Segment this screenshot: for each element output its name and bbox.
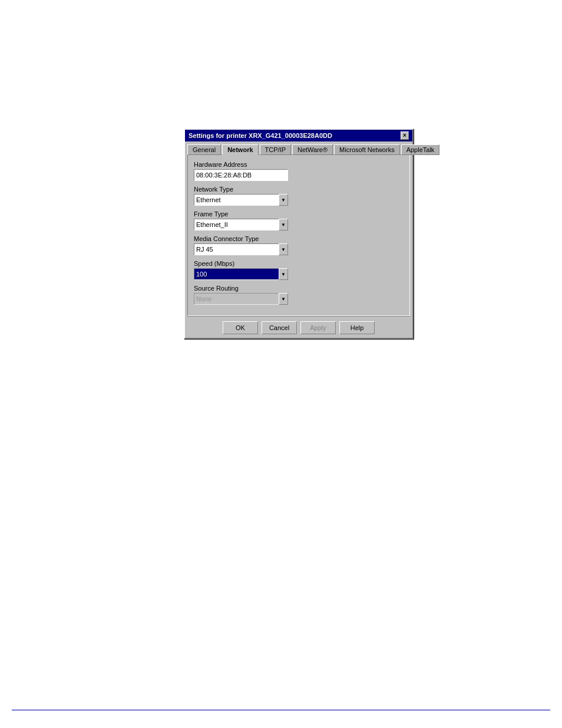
speed-group: Speed (Mbps) 10 100 Auto ▼	[194, 260, 404, 280]
dialog-title: Settings for printer XRX_G421_00003E28A0…	[189, 132, 401, 139]
bottom-decorative-line	[12, 710, 550, 710]
media-connector-type-select[interactable]: RJ 45 BNC AUI	[194, 243, 288, 255]
close-button[interactable]: ×	[401, 131, 409, 140]
tab-network[interactable]: Network	[222, 144, 258, 155]
speed-select[interactable]: 10 100 Auto	[194, 268, 288, 280]
hardware-address-label: Hardware Address	[194, 161, 404, 168]
source-routing-select[interactable]: None	[194, 293, 288, 305]
cancel-button[interactable]: Cancel	[262, 321, 297, 334]
hardware-address-group: Hardware Address	[194, 161, 404, 181]
frame-type-group: Frame Type Ethernet_II Ethernet_802.2 Et…	[194, 210, 404, 230]
dialog-titlebar: Settings for printer XRX_G421_00003E28A0…	[185, 130, 412, 141]
speed-select-wrapper: 10 100 Auto ▼	[194, 268, 288, 280]
network-type-label: Network Type	[194, 186, 404, 193]
help-button[interactable]: Help	[339, 321, 375, 334]
source-routing-label: Source Routing	[194, 285, 404, 292]
source-routing-group: Source Routing None ▼	[194, 285, 404, 305]
frame-type-select-wrapper: Ethernet_II Ethernet_802.2 Ethernet_802.…	[194, 219, 288, 230]
media-connector-type-label: Media Connector Type	[194, 235, 404, 242]
source-routing-select-wrapper: None ▼	[194, 293, 288, 305]
buttons-row: OK Cancel Apply Help	[185, 317, 412, 338]
media-connector-type-group: Media Connector Type RJ 45 BNC AUI ▼	[194, 235, 404, 255]
speed-label: Speed (Mbps)	[194, 260, 404, 267]
frame-type-label: Frame Type	[194, 210, 404, 218]
hardware-address-input[interactable]	[194, 169, 288, 181]
tab-tcpip[interactable]: TCP/IP	[260, 144, 291, 155]
tab-content-network: Hardware Address Network Type Ethernet T…	[187, 154, 410, 316]
network-type-select[interactable]: Ethernet Token Ring	[194, 194, 288, 206]
network-type-select-wrapper: Ethernet Token Ring ▼	[194, 194, 288, 206]
dialog-window: Settings for printer XRX_G421_00003E28A0…	[184, 129, 414, 339]
page-background: Settings for printer XRX_G421_00003E28A0…	[0, 0, 562, 728]
ok-button[interactable]: OK	[223, 321, 258, 334]
tab-microsoft-networks[interactable]: Microsoft Networks	[334, 144, 400, 155]
media-connector-type-select-wrapper: RJ 45 BNC AUI ▼	[194, 243, 288, 255]
apply-button[interactable]: Apply	[300, 321, 336, 334]
tab-general[interactable]: General	[187, 144, 221, 155]
frame-type-select[interactable]: Ethernet_II Ethernet_802.2 Ethernet_802.…	[194, 219, 288, 230]
network-type-group: Network Type Ethernet Token Ring ▼	[194, 186, 404, 206]
tab-appletalk[interactable]: AppleTalk	[401, 144, 440, 155]
tab-netware[interactable]: NetWare®	[292, 144, 333, 155]
tabs-row: General Network TCP/IP NetWare® Microsof…	[185, 141, 412, 154]
